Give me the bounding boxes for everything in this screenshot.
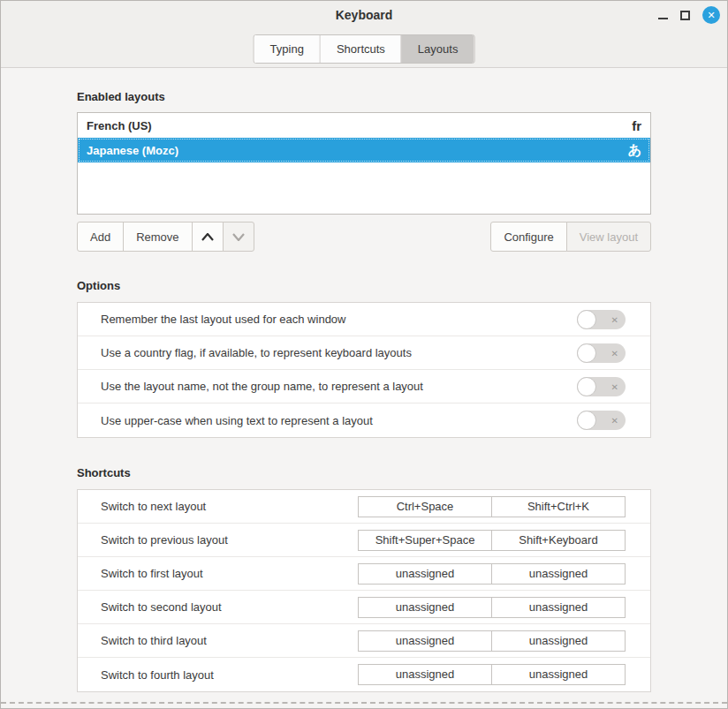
- keybinding-secondary[interactable]: unassigned: [492, 564, 625, 584]
- shortcut-label: Switch to first layout: [101, 567, 203, 580]
- keybinding-primary[interactable]: unassigned: [359, 564, 492, 584]
- shortcut-row-second-layout: Switch to second layout unassigned unass…: [78, 591, 650, 624]
- main-content: Enabled layouts French (US) fr Japanese …: [1, 90, 727, 692]
- keybinding-primary[interactable]: Shift+Super+Space: [359, 531, 492, 550]
- keybinding-pair: Ctrl+Space Shift+Ctrl+K: [358, 496, 626, 517]
- titlebar[interactable]: Keyboard ✕: [1, 1, 727, 29]
- tab-typing[interactable]: Typing: [254, 35, 320, 63]
- toggle-off-icon: ✕: [611, 381, 618, 391]
- remove-button[interactable]: Remove: [123, 222, 192, 252]
- minimize-icon[interactable]: [658, 10, 668, 21]
- move-down-button[interactable]: [223, 222, 254, 252]
- toggle-knob: [577, 411, 596, 430]
- keybinding-secondary[interactable]: unassigned: [492, 598, 625, 617]
- shortcut-row-previous-layout: Switch to previous layout Shift+Super+Sp…: [78, 524, 650, 557]
- close-icon[interactable]: ✕: [702, 6, 720, 24]
- options-heading: Options: [77, 279, 651, 292]
- keybinding-secondary[interactable]: Shift+Ctrl+K: [492, 497, 625, 517]
- shortcut-row-next-layout: Switch to next layout Ctrl+Space Shift+C…: [78, 490, 650, 524]
- layout-row-french[interactable]: French (US) fr: [78, 113, 650, 138]
- option-row-country-flag: Use a country flag, if available, to rep…: [78, 336, 650, 370]
- chevron-up-icon: [201, 233, 214, 241]
- keybinding-primary[interactable]: unassigned: [359, 631, 492, 651]
- keybinding-pair: Shift+Super+Space Shift+Keyboard: [358, 530, 626, 551]
- shortcut-label: Switch to third layout: [101, 634, 207, 647]
- layout-actions: Add Remove Configure View layout: [77, 222, 651, 252]
- option-row-layout-name: Use the layout name, not the group name,…: [78, 370, 650, 404]
- shortcut-row-fourth-layout: Switch to fourth layout unassigned unass…: [78, 658, 650, 691]
- shortcuts-heading: Shortcuts: [77, 466, 651, 479]
- toggle-knob: [577, 377, 596, 396]
- toggle-knob: [577, 343, 596, 363]
- keybinding-secondary[interactable]: unassigned: [492, 631, 625, 651]
- shortcut-label: Switch to next layout: [101, 500, 206, 513]
- option-label: Remember the last layout used for each w…: [101, 313, 345, 326]
- shortcut-row-third-layout: Switch to third layout unassigned unassi…: [78, 624, 650, 658]
- window-title: Keyboard: [336, 8, 393, 22]
- add-button[interactable]: Add: [77, 222, 124, 252]
- window-controls: ✕: [658, 1, 720, 29]
- shortcut-label: Switch to fourth layout: [101, 668, 214, 682]
- layout-row-japanese[interactable]: Japanese (Mozc) あ: [78, 138, 650, 162]
- view-layout-button[interactable]: View layout: [566, 222, 651, 252]
- toggle-off-icon: ✕: [611, 416, 618, 426]
- layout-name: Japanese (Mozc): [87, 144, 178, 157]
- scroll-undershoot-indicator: [1, 702, 727, 704]
- keybinding-pair: unassigned unassigned: [358, 597, 626, 618]
- keybinding-primary[interactable]: unassigned: [359, 665, 492, 684]
- toggle-country-flag[interactable]: ✕: [577, 343, 626, 363]
- maximize-icon[interactable]: [680, 11, 690, 20]
- move-up-button[interactable]: [192, 222, 224, 252]
- layout-edit-buttons: Add Remove: [77, 222, 254, 252]
- keybinding-pair: unassigned unassigned: [358, 630, 626, 652]
- chevron-down-icon: [232, 233, 245, 241]
- keyboard-settings-window: Keyboard ✕ Typing Shortcuts Layouts Enab…: [0, 0, 728, 709]
- keybinding-secondary[interactable]: unassigned: [492, 665, 625, 684]
- enabled-layouts-heading: Enabled layouts: [77, 90, 651, 103]
- keybinding-secondary[interactable]: Shift+Keyboard: [492, 531, 625, 550]
- toggle-off-icon: ✕: [611, 348, 618, 358]
- toggle-remember-layout[interactable]: ✕: [577, 310, 626, 329]
- options-panel: Remember the last layout used for each w…: [77, 302, 651, 438]
- option-row-upper-case: Use upper-case when using text to repres…: [78, 404, 650, 437]
- layout-name: French (US): [87, 119, 152, 132]
- option-label: Use upper-case when using text to repres…: [101, 414, 373, 427]
- tab-shortcuts[interactable]: Shortcuts: [320, 35, 401, 63]
- keybinding-pair: unassigned unassigned: [358, 563, 626, 585]
- option-label: Use a country flag, if available, to rep…: [101, 346, 412, 359]
- layout-list: French (US) fr Japanese (Mozc) あ: [77, 112, 651, 215]
- layout-indicator-ja: あ: [628, 142, 641, 159]
- shortcut-label: Switch to second layout: [101, 600, 222, 614]
- shortcut-label: Switch to previous layout: [101, 533, 228, 547]
- layout-indicator-fr: fr: [632, 118, 641, 133]
- keybinding-primary[interactable]: Ctrl+Space: [359, 497, 492, 517]
- option-label: Use the layout name, not the group name,…: [101, 380, 423, 393]
- toggle-knob: [577, 310, 596, 329]
- keybinding-primary[interactable]: unassigned: [359, 598, 492, 617]
- tab-layouts[interactable]: Layouts: [401, 35, 474, 63]
- layout-view-buttons: Configure View layout: [490, 222, 651, 252]
- toggle-off-icon: ✕: [611, 314, 618, 324]
- toggle-layout-name[interactable]: ✕: [577, 377, 626, 396]
- tab-bar: Typing Shortcuts Layouts: [254, 34, 475, 64]
- configure-button[interactable]: Configure: [490, 222, 566, 252]
- shortcut-row-first-layout: Switch to first layout unassigned unassi…: [78, 557, 650, 591]
- shortcuts-panel: Switch to next layout Ctrl+Space Shift+C…: [77, 489, 651, 692]
- toggle-upper-case[interactable]: ✕: [577, 411, 626, 430]
- keybinding-pair: unassigned unassigned: [358, 664, 626, 685]
- option-row-remember-layout: Remember the last layout used for each w…: [78, 303, 650, 336]
- window-header: Keyboard ✕ Typing Shortcuts Layouts: [1, 1, 727, 68]
